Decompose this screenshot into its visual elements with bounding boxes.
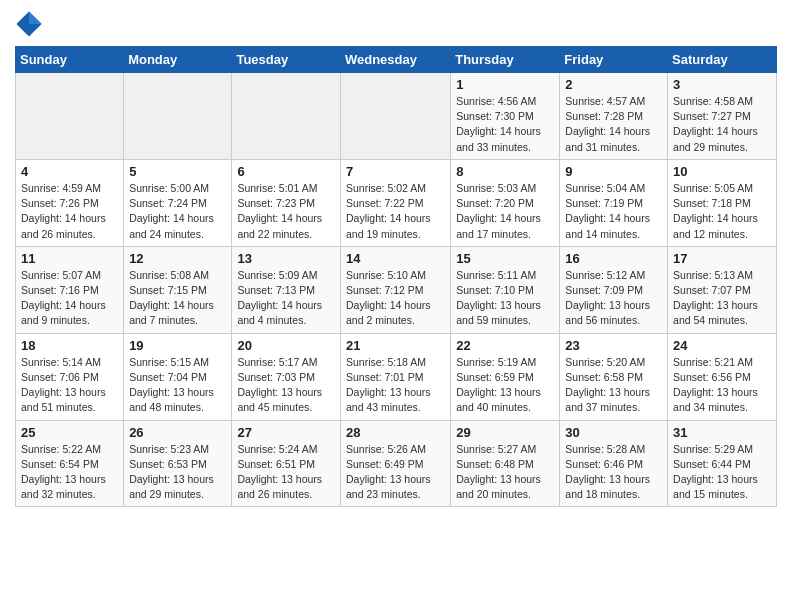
day-number: 14: [346, 251, 445, 266]
week-row-3: 11Sunrise: 5:07 AMSunset: 7:16 PMDayligh…: [16, 246, 777, 333]
day-info: Sunrise: 5:10 AMSunset: 7:12 PMDaylight:…: [346, 268, 445, 329]
day-number: 11: [21, 251, 118, 266]
day-cell: 11Sunrise: 5:07 AMSunset: 7:16 PMDayligh…: [16, 246, 124, 333]
day-number: 9: [565, 164, 662, 179]
day-cell: 30Sunrise: 5:28 AMSunset: 6:46 PMDayligh…: [560, 420, 668, 507]
day-info: Sunrise: 5:08 AMSunset: 7:15 PMDaylight:…: [129, 268, 226, 329]
day-number: 2: [565, 77, 662, 92]
day-number: 15: [456, 251, 554, 266]
day-info: Sunrise: 4:58 AMSunset: 7:27 PMDaylight:…: [673, 94, 771, 155]
day-cell: 21Sunrise: 5:18 AMSunset: 7:01 PMDayligh…: [340, 333, 450, 420]
day-cell: 1Sunrise: 4:56 AMSunset: 7:30 PMDaylight…: [451, 73, 560, 160]
calendar-body: 1Sunrise: 4:56 AMSunset: 7:30 PMDaylight…: [16, 73, 777, 507]
day-cell: 3Sunrise: 4:58 AMSunset: 7:27 PMDaylight…: [668, 73, 777, 160]
week-row-5: 25Sunrise: 5:22 AMSunset: 6:54 PMDayligh…: [16, 420, 777, 507]
weekday-row: SundayMondayTuesdayWednesdayThursdayFrid…: [16, 47, 777, 73]
weekday-header-sunday: Sunday: [16, 47, 124, 73]
day-cell: 23Sunrise: 5:20 AMSunset: 6:58 PMDayligh…: [560, 333, 668, 420]
day-cell: 29Sunrise: 5:27 AMSunset: 6:48 PMDayligh…: [451, 420, 560, 507]
day-info: Sunrise: 5:13 AMSunset: 7:07 PMDaylight:…: [673, 268, 771, 329]
day-info: Sunrise: 5:03 AMSunset: 7:20 PMDaylight:…: [456, 181, 554, 242]
day-number: 3: [673, 77, 771, 92]
day-info: Sunrise: 5:21 AMSunset: 6:56 PMDaylight:…: [673, 355, 771, 416]
day-number: 25: [21, 425, 118, 440]
day-number: 19: [129, 338, 226, 353]
day-info: Sunrise: 5:27 AMSunset: 6:48 PMDaylight:…: [456, 442, 554, 503]
day-number: 4: [21, 164, 118, 179]
week-row-2: 4Sunrise: 4:59 AMSunset: 7:26 PMDaylight…: [16, 159, 777, 246]
day-number: 8: [456, 164, 554, 179]
day-info: Sunrise: 5:20 AMSunset: 6:58 PMDaylight:…: [565, 355, 662, 416]
day-cell: 12Sunrise: 5:08 AMSunset: 7:15 PMDayligh…: [124, 246, 232, 333]
day-number: 6: [237, 164, 335, 179]
day-cell: 7Sunrise: 5:02 AMSunset: 7:22 PMDaylight…: [340, 159, 450, 246]
svg-marker-1: [29, 11, 42, 24]
day-cell: 24Sunrise: 5:21 AMSunset: 6:56 PMDayligh…: [668, 333, 777, 420]
day-info: Sunrise: 5:04 AMSunset: 7:19 PMDaylight:…: [565, 181, 662, 242]
day-info: Sunrise: 5:15 AMSunset: 7:04 PMDaylight:…: [129, 355, 226, 416]
day-cell: 18Sunrise: 5:14 AMSunset: 7:06 PMDayligh…: [16, 333, 124, 420]
day-number: 10: [673, 164, 771, 179]
day-info: Sunrise: 5:23 AMSunset: 6:53 PMDaylight:…: [129, 442, 226, 503]
day-cell: 13Sunrise: 5:09 AMSunset: 7:13 PMDayligh…: [232, 246, 341, 333]
day-info: Sunrise: 5:17 AMSunset: 7:03 PMDaylight:…: [237, 355, 335, 416]
day-cell: 6Sunrise: 5:01 AMSunset: 7:23 PMDaylight…: [232, 159, 341, 246]
day-cell: 16Sunrise: 5:12 AMSunset: 7:09 PMDayligh…: [560, 246, 668, 333]
day-number: 18: [21, 338, 118, 353]
day-info: Sunrise: 5:19 AMSunset: 6:59 PMDaylight:…: [456, 355, 554, 416]
day-cell: [340, 73, 450, 160]
day-cell: 5Sunrise: 5:00 AMSunset: 7:24 PMDaylight…: [124, 159, 232, 246]
day-cell: 2Sunrise: 4:57 AMSunset: 7:28 PMDaylight…: [560, 73, 668, 160]
day-info: Sunrise: 5:01 AMSunset: 7:23 PMDaylight:…: [237, 181, 335, 242]
day-info: Sunrise: 5:02 AMSunset: 7:22 PMDaylight:…: [346, 181, 445, 242]
day-info: Sunrise: 5:18 AMSunset: 7:01 PMDaylight:…: [346, 355, 445, 416]
day-info: Sunrise: 4:57 AMSunset: 7:28 PMDaylight:…: [565, 94, 662, 155]
day-info: Sunrise: 5:26 AMSunset: 6:49 PMDaylight:…: [346, 442, 445, 503]
day-info: Sunrise: 5:00 AMSunset: 7:24 PMDaylight:…: [129, 181, 226, 242]
day-info: Sunrise: 5:12 AMSunset: 7:09 PMDaylight:…: [565, 268, 662, 329]
weekday-header-friday: Friday: [560, 47, 668, 73]
calendar: SundayMondayTuesdayWednesdayThursdayFrid…: [15, 46, 777, 507]
day-cell: 31Sunrise: 5:29 AMSunset: 6:44 PMDayligh…: [668, 420, 777, 507]
weekday-header-monday: Monday: [124, 47, 232, 73]
day-cell: 27Sunrise: 5:24 AMSunset: 6:51 PMDayligh…: [232, 420, 341, 507]
day-number: 21: [346, 338, 445, 353]
day-cell: 28Sunrise: 5:26 AMSunset: 6:49 PMDayligh…: [340, 420, 450, 507]
day-number: 26: [129, 425, 226, 440]
day-number: 28: [346, 425, 445, 440]
day-cell: 15Sunrise: 5:11 AMSunset: 7:10 PMDayligh…: [451, 246, 560, 333]
day-number: 24: [673, 338, 771, 353]
weekday-header-thursday: Thursday: [451, 47, 560, 73]
week-row-1: 1Sunrise: 4:56 AMSunset: 7:30 PMDaylight…: [16, 73, 777, 160]
day-info: Sunrise: 5:24 AMSunset: 6:51 PMDaylight:…: [237, 442, 335, 503]
day-info: Sunrise: 5:14 AMSunset: 7:06 PMDaylight:…: [21, 355, 118, 416]
calendar-header: SundayMondayTuesdayWednesdayThursdayFrid…: [16, 47, 777, 73]
day-number: 16: [565, 251, 662, 266]
weekday-header-tuesday: Tuesday: [232, 47, 341, 73]
day-number: 29: [456, 425, 554, 440]
day-cell: 14Sunrise: 5:10 AMSunset: 7:12 PMDayligh…: [340, 246, 450, 333]
day-cell: [232, 73, 341, 160]
day-info: Sunrise: 5:07 AMSunset: 7:16 PMDaylight:…: [21, 268, 118, 329]
day-cell: 26Sunrise: 5:23 AMSunset: 6:53 PMDayligh…: [124, 420, 232, 507]
day-number: 17: [673, 251, 771, 266]
day-cell: 17Sunrise: 5:13 AMSunset: 7:07 PMDayligh…: [668, 246, 777, 333]
day-number: 7: [346, 164, 445, 179]
weekday-header-saturday: Saturday: [668, 47, 777, 73]
week-row-4: 18Sunrise: 5:14 AMSunset: 7:06 PMDayligh…: [16, 333, 777, 420]
day-cell: 4Sunrise: 4:59 AMSunset: 7:26 PMDaylight…: [16, 159, 124, 246]
day-info: Sunrise: 5:29 AMSunset: 6:44 PMDaylight:…: [673, 442, 771, 503]
day-info: Sunrise: 5:05 AMSunset: 7:18 PMDaylight:…: [673, 181, 771, 242]
day-cell: 22Sunrise: 5:19 AMSunset: 6:59 PMDayligh…: [451, 333, 560, 420]
day-info: Sunrise: 4:59 AMSunset: 7:26 PMDaylight:…: [21, 181, 118, 242]
day-cell: 9Sunrise: 5:04 AMSunset: 7:19 PMDaylight…: [560, 159, 668, 246]
day-cell: [16, 73, 124, 160]
day-cell: [124, 73, 232, 160]
day-cell: 10Sunrise: 5:05 AMSunset: 7:18 PMDayligh…: [668, 159, 777, 246]
day-number: 12: [129, 251, 226, 266]
page-header: [15, 10, 777, 38]
day-info: Sunrise: 5:28 AMSunset: 6:46 PMDaylight:…: [565, 442, 662, 503]
day-number: 31: [673, 425, 771, 440]
day-number: 13: [237, 251, 335, 266]
day-number: 20: [237, 338, 335, 353]
